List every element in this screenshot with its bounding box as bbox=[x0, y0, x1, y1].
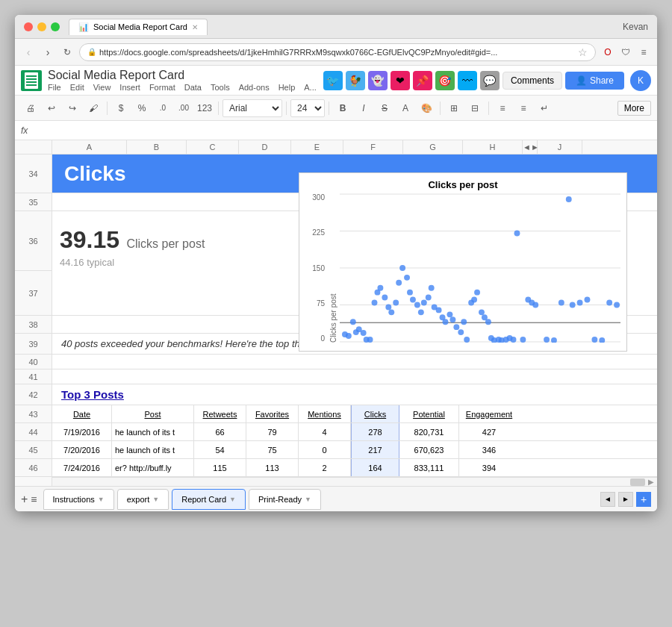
currency-button[interactable]: $ bbox=[111, 99, 131, 118]
number-format-button[interactable]: 123 bbox=[195, 99, 214, 118]
menu-tools[interactable]: Tools bbox=[211, 83, 230, 92]
comments-button[interactable]: Comments bbox=[503, 72, 562, 90]
forward-button[interactable]: › bbox=[40, 45, 55, 60]
buffer-icon[interactable]: 🐓 bbox=[346, 71, 365, 90]
shield-icon[interactable]: 🛡 bbox=[618, 45, 633, 60]
close-button[interactable] bbox=[24, 22, 33, 31]
undo-button[interactable]: ↩ bbox=[42, 99, 61, 118]
bold-button[interactable]: B bbox=[333, 99, 352, 118]
ghost-icon[interactable]: 👻 bbox=[368, 71, 388, 90]
share-button[interactable]: 👤 Share bbox=[565, 72, 624, 90]
decimal-increase-button[interactable]: .00 bbox=[174, 99, 193, 118]
menu-file[interactable]: File bbox=[48, 83, 61, 92]
col-D[interactable]: D bbox=[239, 140, 291, 154]
merge-button[interactable]: ⊟ bbox=[465, 99, 485, 118]
svg-point-21 bbox=[396, 280, 402, 286]
row-42-num[interactable]: 42 bbox=[15, 384, 52, 405]
row-34-num[interactable]: 34 bbox=[15, 155, 52, 193]
add-sheet-button[interactable]: + bbox=[21, 493, 28, 506]
font-color-button[interactable]: A bbox=[396, 99, 415, 118]
menu-help[interactable]: Help bbox=[279, 83, 296, 92]
scroll-right-button[interactable]: ► bbox=[618, 492, 633, 507]
menu-accessibility[interactable]: A... bbox=[304, 83, 317, 92]
browser-tab[interactable]: 📊 Social Media Report Card ✕ bbox=[69, 19, 208, 35]
row-35-num[interactable]: 35 bbox=[15, 193, 52, 211]
menu-format[interactable]: Format bbox=[149, 83, 175, 92]
decimal-decrease-button[interactable]: .0 bbox=[153, 99, 172, 118]
menu-addons[interactable]: Add-ons bbox=[239, 83, 270, 92]
chat-icon[interactable]: 💬 bbox=[480, 71, 500, 90]
stats-section: 39.15 Clicks per post 44.16 typical bbox=[60, 226, 205, 268]
col-I[interactable]: ◄► bbox=[523, 140, 538, 154]
maximize-button[interactable] bbox=[51, 22, 60, 31]
user-avatar[interactable]: K bbox=[630, 70, 651, 91]
border-button[interactable]: ⊞ bbox=[444, 99, 464, 118]
target-icon[interactable]: 🎯 bbox=[435, 71, 455, 90]
row-46-num[interactable]: 46 bbox=[15, 459, 52, 477]
row-46[interactable]: 7/24/2016 er? http://buff.ly 115 113 2 1… bbox=[52, 459, 657, 477]
print-button[interactable]: 🖨 bbox=[21, 99, 40, 118]
bookmark-icon[interactable]: ☆ bbox=[578, 46, 588, 58]
text-wrap-button[interactable]: ↵ bbox=[535, 99, 554, 118]
heart-icon[interactable]: ❤ bbox=[391, 71, 410, 90]
paint-format-button[interactable]: 🖌 bbox=[84, 99, 103, 118]
tab-export[interactable]: export ▼ bbox=[117, 489, 169, 510]
row-43-num[interactable]: 43 bbox=[15, 405, 52, 423]
back-button[interactable]: ‹ bbox=[21, 45, 36, 60]
pin-icon[interactable]: 📌 bbox=[413, 71, 432, 90]
strikethrough-button[interactable]: S bbox=[375, 99, 394, 118]
col-F[interactable]: F bbox=[343, 140, 403, 154]
sheet-list-button[interactable]: ≡ bbox=[31, 493, 37, 505]
url-bar[interactable]: 🔒 https://docs.google.com/spreadsheets/d… bbox=[79, 43, 596, 61]
col-H[interactable]: H bbox=[463, 140, 523, 154]
reload-button[interactable]: ↻ bbox=[60, 45, 75, 60]
tab-close-icon[interactable]: ✕ bbox=[192, 23, 198, 31]
col-C[interactable]: C bbox=[187, 140, 239, 154]
col-A[interactable]: A bbox=[52, 140, 127, 154]
menu-edit[interactable]: Edit bbox=[70, 83, 84, 92]
menu-icon[interactable]: ≡ bbox=[636, 45, 651, 60]
more-button[interactable]: More bbox=[617, 101, 651, 116]
row-44[interactable]: 7/19/2016 he launch of its t 66 79 4 278… bbox=[52, 423, 657, 441]
menu-view[interactable]: View bbox=[93, 83, 111, 92]
tab-print-ready[interactable]: Print-Ready ▼ bbox=[249, 489, 321, 510]
row-36-num[interactable]: 36 bbox=[15, 211, 52, 271]
svg-point-63 bbox=[570, 302, 576, 308]
align-center-button[interactable]: ≡ bbox=[514, 99, 533, 118]
svg-point-17 bbox=[382, 295, 388, 301]
row-39-num[interactable]: 39 bbox=[15, 334, 52, 355]
twitter-icon[interactable]: 🐦 bbox=[323, 71, 343, 90]
redo-button[interactable]: ↪ bbox=[63, 99, 82, 118]
scroll-right-arrow[interactable]: ▶ bbox=[648, 478, 654, 486]
col-E[interactable]: E bbox=[291, 140, 343, 154]
align-left-button[interactable]: ≡ bbox=[493, 99, 512, 118]
scroll-left-button[interactable]: ◄ bbox=[600, 492, 615, 507]
italic-button[interactable]: I bbox=[354, 99, 373, 118]
opera-icon[interactable]: O bbox=[600, 45, 615, 60]
percent-button[interactable]: % bbox=[132, 99, 152, 118]
row-41-num[interactable]: 41 bbox=[15, 369, 52, 384]
horizontal-scrollbar[interactable]: ▶ bbox=[52, 477, 657, 486]
font-size-select[interactable]: 24 bbox=[290, 99, 325, 117]
col-J[interactable]: J bbox=[538, 140, 582, 154]
scrollbar-thumb[interactable] bbox=[630, 478, 645, 486]
wave-icon[interactable]: 〰 bbox=[458, 71, 477, 90]
tab-instructions[interactable]: Instructions ▼ bbox=[43, 489, 114, 510]
highlight-button[interactable]: 🎨 bbox=[417, 99, 436, 118]
row-45[interactable]: 7/20/2016 he launch of its t 54 75 0 217… bbox=[52, 441, 657, 459]
formula-bar: fx bbox=[15, 121, 657, 140]
row-37-num[interactable]: 37 bbox=[15, 271, 52, 316]
row-45-num[interactable]: 45 bbox=[15, 441, 52, 459]
col-G[interactable]: G bbox=[403, 140, 463, 154]
row-38-num[interactable]: 38 bbox=[15, 316, 52, 334]
font-select[interactable]: Arial bbox=[223, 99, 282, 117]
minimize-button[interactable] bbox=[37, 22, 46, 31]
col-B[interactable]: B bbox=[127, 140, 187, 154]
menu-insert[interactable]: Insert bbox=[119, 83, 140, 92]
add-sheet-blue-button[interactable]: + bbox=[636, 492, 651, 507]
menu-data[interactable]: Data bbox=[184, 83, 202, 92]
tab-report-card[interactable]: Report Card ▼ bbox=[172, 489, 246, 510]
row-44-num[interactable]: 44 bbox=[15, 423, 52, 441]
row-40-num[interactable]: 40 bbox=[15, 355, 52, 369]
benchmark-text: 40 posts exceeded your benchmarks! Here'… bbox=[61, 338, 317, 349]
